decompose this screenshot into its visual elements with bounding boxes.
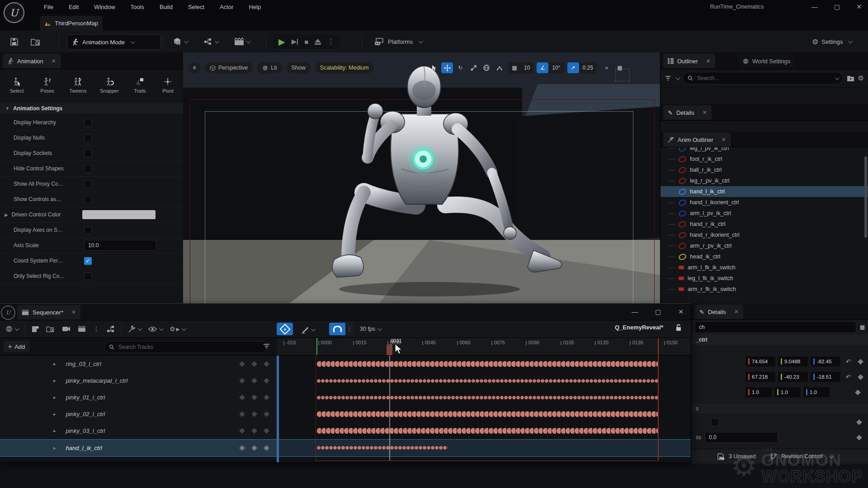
sequencer-settings-wrench-dropdown[interactable] [125,322,144,336]
sequencer-hierarchy-icon[interactable] [104,322,118,336]
location-x-field[interactable]: 74.654 [745,357,775,366]
keyframes-pinky-01[interactable] [316,395,658,400]
track-row[interactable]: ▸pinky_01_l_ctrl [0,389,277,406]
menu-window[interactable]: Window [86,4,123,10]
menu-build[interactable]: Build [152,4,180,10]
control-list-item[interactable]: arm_r_pv_ik_ctrl [660,240,868,251]
tool-snapper-button[interactable]: Snapper [94,77,124,94]
details-checkbox[interactable] [711,418,719,426]
rotate-tool-icon[interactable]: ↻ [454,62,466,73]
expand-icon[interactable]: ▸ [53,378,56,384]
play-button[interactable]: ▶ [276,35,288,48]
surface-snap-icon[interactable] [494,62,505,73]
display-hierarchy-checkbox[interactable] [84,119,92,127]
next-key-button[interactable] [264,361,269,367]
scale-y-field[interactable]: 1.0 [774,387,801,397]
keyframes-ring-03[interactable] [316,361,658,367]
sequencer-tab-close-icon[interactable]: ✕ [71,309,76,315]
scale-snap-icon[interactable]: ↗ [567,62,579,73]
outliner-settings-gear-icon[interactable]: ⚙ [858,74,864,82]
window-minimize-button[interactable]: — [811,3,818,10]
snap-options-menu[interactable]: ⋮ [345,323,354,335]
sequencer-minimize-button[interactable]: — [632,308,638,315]
revision-control-label[interactable]: Revision Control [781,453,823,460]
tool-poses-button[interactable]: Poses [33,77,61,94]
tool-tweens-button[interactable]: Tweens [64,77,92,94]
outliner-search-box[interactable] [683,72,843,84]
keyframes-hand-l-ik[interactable] [316,446,448,450]
display-axes-checkbox[interactable] [84,226,92,234]
control-list-item[interactable]: hand_r_ikorient_ctrl [660,230,868,240]
blueprints-button[interactable] [201,35,221,48]
scale-tool-icon[interactable] [467,62,479,73]
location-y-field[interactable]: 9.0488 [778,357,808,366]
rotation-x-field[interactable]: 67.218 [745,372,775,382]
track-filter-icon[interactable] [263,343,270,349]
sequencer-maximize-button[interactable]: ▢ [655,308,661,315]
stop-button[interactable]: ■ [302,35,311,48]
new-folder-icon[interactable]: + [847,75,854,81]
details-search-input[interactable] [695,321,856,333]
cinematics-button[interactable] [231,35,252,48]
checkbox-keyframe-icon[interactable] [856,419,862,425]
playhead-line[interactable] [389,356,390,460]
only-select-rig-checkbox[interactable] [84,272,92,280]
playhead-marker[interactable] [387,344,392,355]
add-key-button[interactable] [251,361,257,367]
control-list-item[interactable]: leg_l_pv_ik_ctrl [660,147,868,154]
expand-icon[interactable]: ▸ [53,428,56,434]
play-options-menu[interactable]: ⋮ [325,35,337,48]
track-search-input[interactable] [118,343,263,351]
curve-pen-dropdown[interactable] [298,323,317,336]
tool-trails-button[interactable]: Trails [127,77,153,94]
menu-file[interactable]: File [36,4,61,10]
display-nulls-checkbox[interactable] [84,134,92,142]
next-key-button[interactable] [264,378,269,384]
previous-key-button[interactable] [239,411,245,417]
menu-actor[interactable]: Actor [212,4,241,10]
anim-outliner-tab-close-icon[interactable]: ✕ [722,136,726,143]
add-key-button[interactable] [251,394,257,400]
anim-outliner-scrollbar[interactable] [864,156,867,238]
track-search-box[interactable] [104,341,268,353]
track-row[interactable]: ▸pinky_02_l_ctrl [0,406,277,423]
location-keyframe-icon[interactable] [858,359,863,365]
rotation-keyframe-icon[interactable] [858,374,863,380]
outliner-tab-close-icon[interactable]: ✕ [706,58,711,64]
control-list-item[interactable]: arm_l_pv_ik_ctrl [660,208,868,219]
fps-dropdown[interactable]: 30 fps [360,323,381,335]
keyframes-pinky-03[interactable] [316,427,658,434]
platforms-dropdown[interactable]: Platforms [370,34,426,49]
scale-keyframe-icon[interactable] [855,389,861,395]
next-key-button[interactable] [264,394,269,400]
save-button[interactable] [7,35,21,48]
add-key-button[interactable] [251,445,257,451]
scale-x-field[interactable]: 1.0 [745,387,772,397]
value-keyframe-icon[interactable] [856,435,862,441]
control-list-item[interactable]: hand_r_ik_ctrl [660,219,868,230]
create-asset-icon[interactable]: ✱ [28,322,42,336]
tool-pivot-button[interactable]: Pivot [156,77,180,94]
control-list-item[interactable]: leg_l_fk_ik_switch [660,273,868,284]
track-row-selected[interactable]: ▸hand_l_ik_ctrl [0,439,277,457]
lit-dropdown[interactable]: Lit [257,62,282,73]
viewport[interactable]: ≡ Perspective Lit Show Scalability: Medi… [183,52,660,303]
details-tab-close-icon[interactable]: ✕ [734,309,739,315]
menu-help[interactable]: Help [241,4,269,10]
outliner-tab[interactable]: Outliner ✕ [663,54,715,68]
add-key-button[interactable] [251,428,257,434]
render-movie-icon[interactable] [75,322,89,336]
outliner-search-input[interactable] [696,75,830,82]
camera-speed-more-icon[interactable]: » [601,62,613,73]
perspective-dropdown[interactable]: Perspective [205,62,253,73]
expand-icon[interactable]: ▸ [53,361,56,367]
previous-key-button[interactable] [239,361,245,367]
add-key-button[interactable] [251,411,257,417]
frame-skip-button[interactable]: ▶ [289,35,301,48]
show-dropdown[interactable]: Show [287,62,311,73]
menu-select[interactable]: Select [180,4,212,10]
previous-key-button[interactable] [239,428,245,434]
grid-snap-value[interactable]: 10 [520,65,533,71]
coord-system-checkbox[interactable]: ✓ [84,257,92,265]
show-controls-as-checkbox[interactable] [84,196,92,203]
